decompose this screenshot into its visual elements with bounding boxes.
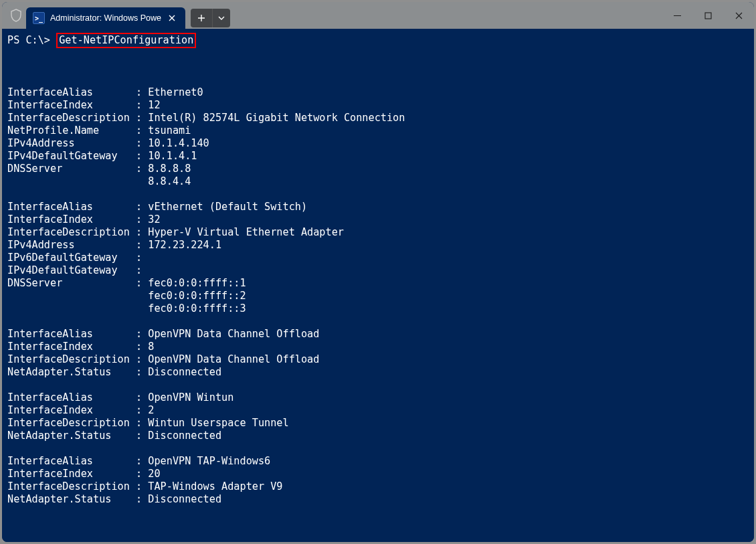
output-line: DNSServer : 8.8.8.8: [7, 163, 191, 175]
prompt-prefix: PS C:\>: [7, 34, 50, 46]
output-body: InterfaceAlias : Ethernet0 InterfaceInde…: [7, 61, 749, 519]
output-value: TAP-Windows Adapter V9: [148, 480, 282, 492]
output-key: InterfaceDescription: [7, 417, 136, 429]
output-value: Disconnected: [148, 493, 221, 505]
output-value: 2: [148, 404, 154, 416]
output-key: InterfaceIndex: [7, 341, 136, 353]
output-line: IPv4DefaultGateway : 10.1.4.1: [7, 150, 197, 162]
output-key: InterfaceAlias: [7, 86, 136, 98]
output-line: NetProfile.Name : tsunami: [7, 124, 191, 137]
tab-close-button[interactable]: [165, 11, 179, 25]
output-value: 8: [148, 341, 154, 353]
output-colon: :: [136, 124, 148, 137]
output-value: tsunami: [148, 124, 191, 137]
output-key: InterfaceDescription: [7, 353, 136, 365]
output-colon: :: [136, 328, 148, 340]
output-value: 172.23.224.1: [148, 239, 221, 251]
output-key: InterfaceIndex: [7, 468, 136, 480]
output-key: InterfaceAlias: [7, 201, 136, 213]
output-line: InterfaceDescription : OpenVPN Data Chan…: [7, 353, 319, 365]
output-value: 8.8.4.4: [148, 175, 191, 187]
output-key: InterfaceDescription: [7, 112, 136, 124]
output-colon: :: [136, 226, 148, 238]
output-colon: :: [136, 86, 148, 98]
output-key: InterfaceDescription: [7, 226, 136, 238]
output-key: IPv6DefaultGateway: [7, 252, 136, 264]
output-key: DNSServer: [7, 163, 136, 175]
output-line: InterfaceDescription : Wintun Userspace …: [7, 417, 289, 429]
output-value: Hyper-V Virtual Ethernet Adapter: [148, 226, 344, 238]
output-value: Disconnected: [148, 366, 221, 378]
close-button[interactable]: [723, 2, 754, 29]
output-colon: [136, 175, 148, 187]
console-output[interactable]: PS C:\> Get-NetIPConfiguration Interface…: [2, 29, 754, 542]
uac-shield-icon: [10, 9, 22, 22]
output-line: NetAdapter.Status : Disconnected: [7, 366, 221, 378]
output-value: Wintun Userspace Tunnel: [148, 417, 288, 429]
tab-active[interactable]: >_ Administrator: Windows Powe: [26, 7, 185, 29]
output-line: InterfaceAlias : vEthernet (Default Swit…: [7, 201, 307, 213]
tab-controls: [191, 9, 230, 27]
terminal-window: >_ Administrator: Windows Powe: [2, 2, 754, 542]
output-key: [7, 290, 136, 302]
output-key: IPv4Address: [7, 239, 136, 251]
output-key: IPv4DefaultGateway: [7, 150, 136, 162]
output-colon: :: [136, 417, 148, 429]
output-colon: :: [136, 201, 148, 213]
title-bar[interactable]: >_ Administrator: Windows Powe: [2, 2, 754, 29]
output-colon: :: [136, 493, 148, 505]
output-value: fec0:0:0:ffff::3: [148, 302, 246, 314]
output-line: IPv6DefaultGateway :: [7, 252, 148, 264]
output-line: InterfaceDescription : Hyper-V Virtual E…: [7, 226, 344, 238]
output-colon: :: [136, 99, 148, 111]
output-colon: :: [136, 353, 148, 365]
output-line: InterfaceIndex : 12: [7, 99, 161, 111]
output-colon: :: [136, 455, 148, 467]
output-key: InterfaceIndex: [7, 404, 136, 416]
output-colon: :: [136, 150, 148, 162]
output-line: InterfaceDescription : TAP-Windows Adapt…: [7, 480, 283, 492]
title-bar-drag-region[interactable]: [230, 2, 662, 29]
output-key: InterfaceIndex: [7, 213, 136, 225]
output-value: Disconnected: [148, 430, 221, 442]
output-colon: :: [136, 366, 148, 378]
output-colon: :: [136, 468, 148, 480]
output-colon: :: [136, 391, 148, 403]
output-colon: :: [136, 480, 148, 492]
output-colon: :: [136, 163, 148, 175]
output-key: [7, 175, 136, 187]
output-colon: :: [136, 213, 148, 225]
output-key: [7, 302, 136, 314]
output-key: NetAdapter.Status: [7, 366, 136, 378]
window-controls: [662, 2, 754, 29]
output-colon: :: [136, 112, 148, 124]
tab-dropdown-button[interactable]: [212, 9, 230, 27]
output-key: InterfaceDescription: [7, 480, 136, 492]
output-value: Intel(R) 82574L Gigabit Network Connecti…: [148, 112, 405, 124]
output-line: DNSServer : fec0:0:0:ffff::1: [7, 277, 246, 289]
output-value: 8.8.8.8: [148, 163, 191, 175]
output-value: 32: [148, 213, 160, 225]
output-key: NetAdapter.Status: [7, 493, 136, 505]
minimize-button[interactable]: [662, 2, 692, 29]
output-colon: [136, 302, 148, 314]
output-line: InterfaceDescription : Intel(R) 82574L G…: [7, 112, 405, 124]
title-bar-left: >_ Administrator: Windows Powe: [2, 2, 230, 29]
output-line: fec0:0:0:ffff::2: [7, 290, 246, 302]
output-line: InterfaceAlias : Ethernet0: [7, 86, 203, 98]
output-colon: :: [136, 252, 148, 264]
output-key: IPv4Address: [7, 137, 136, 149]
output-key: InterfaceIndex: [7, 99, 136, 111]
output-colon: :: [136, 239, 148, 251]
maximize-button[interactable]: [692, 2, 723, 29]
tab-title: Administrator: Windows Powe: [50, 13, 161, 23]
svg-rect-0: [705, 13, 711, 19]
output-line: InterfaceAlias : OpenVPN Wintun: [7, 391, 233, 403]
output-value: fec0:0:0:ffff::2: [148, 290, 246, 302]
output-key: DNSServer: [7, 277, 136, 289]
output-colon: :: [136, 264, 148, 276]
new-tab-button[interactable]: [191, 9, 212, 27]
output-key: InterfaceAlias: [7, 328, 136, 340]
output-value: 20: [148, 468, 160, 480]
output-colon: [136, 290, 148, 302]
